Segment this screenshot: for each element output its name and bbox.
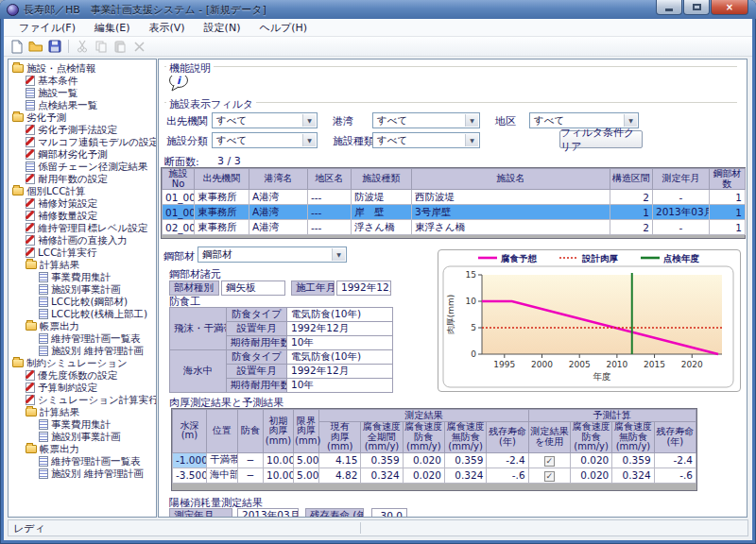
facility-cell: 1 xyxy=(710,190,746,205)
tree-item[interactable]: 予算制約設定 xyxy=(9,382,156,394)
measurement-row[interactable]: -3.500海中部−10.005.004.820.3240.0200.324-.… xyxy=(173,468,696,483)
column-header[interactable]: 出先機関 xyxy=(195,169,249,190)
column-header[interactable]: 地区名 xyxy=(308,169,352,190)
facility-cell: A港湾 xyxy=(249,190,308,205)
tree-item-label: 予算制約設定 xyxy=(38,382,97,395)
tree-item[interactable]: 個別LCC計算 xyxy=(9,185,156,197)
column-header[interactable]: 施設名 xyxy=(412,169,610,190)
tree-item[interactable]: マルコフ連鎖モデルの設定 xyxy=(9,136,156,148)
facility-row[interactable]: 01_007東事務所A港湾---岸 壁3号岸壁12013年03月1 xyxy=(163,205,746,220)
member-kind-label: 部材種別 xyxy=(169,280,219,296)
tree-item-label: 計算結果 xyxy=(40,406,79,419)
column-header[interactable]: 構造区間 xyxy=(610,169,653,190)
tree-item[interactable]: 計算結果 xyxy=(9,406,156,418)
tree-item[interactable]: 補修対策設定 xyxy=(9,197,156,210)
facility-row[interactable]: 02_008東事務所A港湾---浮さん橋東浮さん橋2-1 xyxy=(163,220,746,235)
use-measured-checkbox[interactable]: ✓ xyxy=(544,456,555,467)
tree-item[interactable]: 維持管理計画一覧表 xyxy=(9,332,156,345)
svg-text:15: 15 xyxy=(466,270,476,280)
tree-item[interactable]: 補修数量設定 xyxy=(9,210,156,222)
filter-district-label: 地区 xyxy=(495,114,516,128)
facility-cell: 西防波堤 xyxy=(412,190,610,205)
column-header[interactable]: 施設種類 xyxy=(352,169,412,190)
folder-icon xyxy=(26,408,37,416)
menu-help[interactable]: ヘルプ(H) xyxy=(249,19,317,37)
menu-edit[interactable]: 編集(E) xyxy=(85,19,140,37)
tree-item[interactable]: 施設別事業計画 xyxy=(9,431,156,443)
tree-item[interactable]: 鋼部材劣化予測 xyxy=(9,148,156,161)
new-document-icon[interactable] xyxy=(9,39,26,55)
tree-item[interactable]: 係留チェーン径測定結果 xyxy=(9,161,156,173)
use-measured-checkbox[interactable]: ✓ xyxy=(544,471,555,482)
tree-item[interactable]: 制約シミュレーション xyxy=(9,357,156,369)
column-header[interactable]: 測定年月 xyxy=(653,169,710,190)
measurement-row[interactable]: -1.000干満帯−10.005.004.150.3590.0200.359-2… xyxy=(173,452,696,468)
tree-item[interactable]: 帳票出力 xyxy=(9,320,156,332)
tree-item[interactable]: LCC比較(鋼部材) xyxy=(9,296,156,308)
tree-item[interactable]: 事業費用集計 xyxy=(9,271,156,283)
column-header[interactable]: 鋼部材数 xyxy=(710,169,746,190)
column-header[interactable]: 施設No xyxy=(163,169,195,190)
tree-item[interactable]: 維持管理計画一覧表 xyxy=(9,455,156,468)
open-folder-icon[interactable] xyxy=(27,39,44,55)
corrosion-attr-label: 設置年月 xyxy=(227,365,287,379)
toolbar xyxy=(4,37,752,57)
tree-item[interactable]: 基本条件 xyxy=(9,75,156,87)
cut-icon[interactable] xyxy=(74,39,91,55)
tree-item[interactable]: 施設別 維持管理計画 xyxy=(9,468,156,480)
tree-item[interactable]: 補修計画の直接入力 xyxy=(9,234,156,246)
column-header: 現有 肉厚 (mm) xyxy=(319,422,361,453)
column-header[interactable]: 港湾名 xyxy=(249,169,308,190)
svg-text:10: 10 xyxy=(466,297,477,306)
tree-item[interactable]: シミュレーション計算実行 xyxy=(9,394,156,406)
copy-icon[interactable] xyxy=(93,39,110,55)
title-bar[interactable]: 長寿郎／HB 事業計画支援システム - [新規データ] × xyxy=(0,0,756,19)
filter-clear-button[interactable]: フィルタ条件クリア xyxy=(559,130,643,148)
tree-item[interactable]: 劣化予測手法設定 xyxy=(9,124,156,136)
tree-item[interactable]: 施設別事業計画 xyxy=(9,283,156,296)
menu-view[interactable]: 表示(V) xyxy=(140,19,195,37)
tree-item[interactable]: 点検結果一覧 xyxy=(9,99,156,111)
column-header: 残存寿命 (年) xyxy=(654,422,696,453)
table-icon xyxy=(26,88,35,98)
tree-item[interactable]: LCC計算実行 xyxy=(9,246,156,259)
maximize-button[interactable] xyxy=(683,0,710,15)
branch-office-select[interactable]: すべて▼ xyxy=(212,112,318,128)
port-select[interactable]: すべて▼ xyxy=(372,112,480,128)
tree-item[interactable]: 維持管理目標レベル設定 xyxy=(9,222,156,234)
menu-file[interactable]: ファイル(F) xyxy=(9,19,85,37)
steel-member-select[interactable]: 鋼部材▼ xyxy=(198,246,347,263)
menu-settings[interactable]: 設定(N) xyxy=(195,19,250,37)
tree-item[interactable]: 計算結果 xyxy=(9,259,156,271)
edit-icon xyxy=(26,370,35,381)
measurement-cell: 0.359 xyxy=(444,452,486,468)
facility-class-select[interactable]: すべて▼ xyxy=(212,132,318,148)
svg-text:1995: 1995 xyxy=(493,360,515,369)
table-icon xyxy=(39,468,48,479)
paste-icon[interactable] xyxy=(112,39,129,55)
tree-item[interactable]: 優先度係数の設定 xyxy=(9,369,156,382)
tree-item[interactable]: 劣化予測 xyxy=(9,111,156,124)
tree-item[interactable]: 施設・点検情報 xyxy=(9,62,156,75)
zone-label: 飛沫・干満帯 xyxy=(170,308,227,350)
tree-item[interactable]: 施設一覧 xyxy=(9,87,156,99)
tree-item[interactable]: 施設別 維持管理計画 xyxy=(9,345,156,357)
facilities-grid: 施設No出先機関港湾名地区名施設種類施設名構造区間測定年月鋼部材数01_005東… xyxy=(161,167,746,239)
svg-text:2010: 2010 xyxy=(606,360,627,369)
tree-item[interactable]: 事業費用集計 xyxy=(9,418,156,431)
delete-icon[interactable] xyxy=(130,39,147,55)
minimize-button[interactable] xyxy=(656,0,682,15)
corrosion-attr-value: 電気防食(10年) xyxy=(287,308,393,322)
svg-text:肉厚(mm): 肉厚(mm) xyxy=(446,295,455,335)
corrosion-attr-label: 設置年月 xyxy=(227,322,287,336)
tree-item[interactable]: 耐用年数の設定 xyxy=(9,173,156,185)
tree-item[interactable]: 帳票出力 xyxy=(9,443,156,455)
facility-row[interactable]: 01_005東事務所A港湾---防波堤西防波堤2-1 xyxy=(163,190,746,205)
close-button[interactable]: × xyxy=(711,0,748,15)
measurement-cell: -2.4 xyxy=(487,452,528,468)
table-icon xyxy=(39,456,48,467)
content-area: 施設・点検情報基本条件施設一覧点検結果一覧劣化予測劣化予測手法設定マルコフ連鎖モ… xyxy=(4,58,752,518)
save-icon[interactable] xyxy=(46,39,63,55)
facility-type-select[interactable]: すべて▼ xyxy=(372,132,480,148)
tree-item[interactable]: LCC比較(桟橋上部工) xyxy=(9,308,156,320)
